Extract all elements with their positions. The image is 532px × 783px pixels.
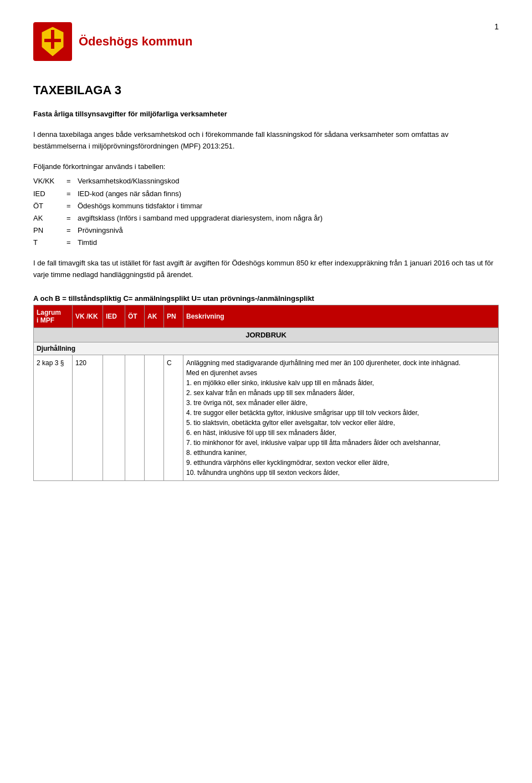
intro-body: I denna taxebilaga anges både verksamhet… (33, 129, 499, 152)
timavgift-text: I de fall timavgift ska tas ut istället … (33, 258, 499, 281)
col-header-lagrum: Lagrumi MPF (34, 305, 73, 327)
logo-icon (33, 22, 72, 61)
table-row: 2 kap 3 § 120 C Anläggning med stadigvar… (34, 355, 499, 480)
cell-ied (103, 355, 125, 480)
abbr-row-t: T = Timtid (33, 237, 499, 249)
cell-vk: 120 (73, 355, 103, 480)
col-header-ot: ÖT (125, 305, 145, 327)
abbr-row-pn: PN = Prövningsnivå (33, 224, 499, 237)
table-header-row: Lagrumi MPF VK /KK IED ÖT AK PN Beskrivn… (34, 305, 499, 327)
header: Ödeshögs kommun 1 (33, 22, 499, 61)
abbreviations-intro: Följande förkortningar används i tabelle… (33, 161, 499, 173)
cell-ot (125, 355, 145, 480)
abbr-row-vk: VK/KK = Verksamhetskod/Klassningskod (33, 175, 499, 187)
legend-line: A och B = tillståndspliktig C= anmälning… (33, 294, 499, 303)
col-header-pn: PN (164, 305, 183, 327)
subsection-row-djurhallning: Djurhållning (34, 342, 499, 355)
logo-name: Ödeshögs kommun (79, 35, 192, 48)
page-title: TAXEBILAGA 3 (33, 83, 499, 98)
cell-pn: C (164, 355, 183, 480)
main-table: Lagrumi MPF VK /KK IED ÖT AK PN Beskrivn… (33, 305, 499, 481)
abbr-row-ied: IED = IED-kod (anges när sådan finns) (33, 188, 499, 200)
intro-subtitle: Fasta årliga tillsynsavgifter för miljöf… (33, 109, 499, 120)
col-header-ied: IED (103, 305, 125, 327)
page: Ödeshögs kommun 1 TAXEBILAGA 3 Fasta årl… (0, 0, 532, 783)
subsection-label-djurhallning: Djurhållning (34, 342, 499, 355)
col-header-vk: VK /KK (73, 305, 103, 327)
abbr-row-ot: ÖT = Ödeshögs kommuns tidsfaktor i timma… (33, 200, 499, 212)
cell-ak (145, 355, 164, 480)
col-header-beskrivning: Beskrivning (183, 305, 499, 327)
section-row-jordbruk: JORDBRUK (34, 327, 499, 342)
svg-rect-3 (44, 39, 61, 42)
col-header-ak: AK (145, 305, 164, 327)
logo-text-area: Ödeshögs kommun (79, 35, 192, 48)
page-number: 1 (494, 22, 499, 31)
cell-beskrivning: Anläggning med stadigvarande djurhållnin… (183, 355, 499, 480)
abbreviations-section: Följande förkortningar används i tabelle… (33, 161, 499, 249)
section-label-jordbruk: JORDBRUK (34, 327, 499, 342)
cell-lagrum: 2 kap 3 § (34, 355, 73, 480)
abbr-row-ak: AK = avgiftsklass (Införs i samband med … (33, 212, 499, 224)
logo-area: Ödeshögs kommun (33, 22, 192, 61)
